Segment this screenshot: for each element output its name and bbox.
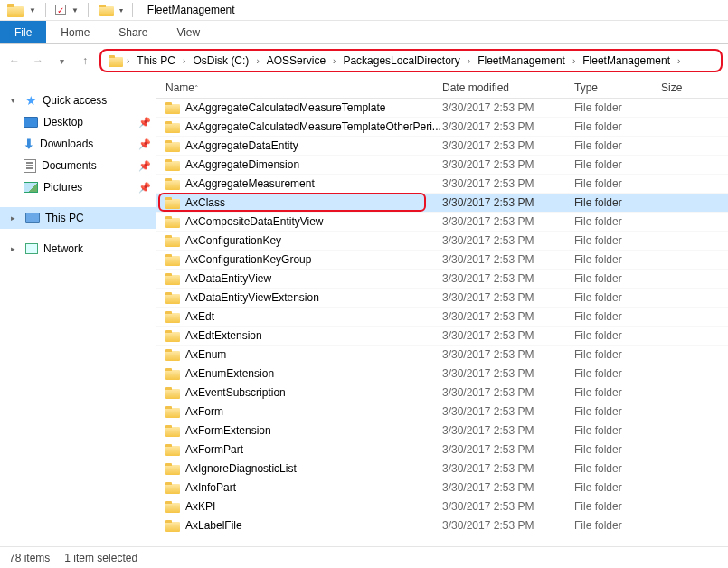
table-row[interactable]: AxAggregateCalculatedMeasureTemplateOthe… <box>156 118 728 137</box>
address-bar[interactable]: › This PC › OsDisk (C:) › AOSService › P… <box>99 49 723 72</box>
folder-icon <box>165 463 180 475</box>
table-row[interactable]: AxAggregateDataEntity3/30/2017 2:53 PMFi… <box>156 137 728 156</box>
col-date[interactable]: Date modified <box>442 81 574 94</box>
chevron-right-icon[interactable]: › <box>125 56 131 66</box>
nav-quick-access[interactable]: ▾ ★ Quick access <box>0 90 156 111</box>
ribbon: File Home Share View <box>0 21 728 44</box>
file-date: 3/30/2017 2:53 PM <box>442 481 574 494</box>
qat-dropdown2-icon[interactable]: ▼ <box>71 6 79 14</box>
nav-desktop[interactable]: Desktop 📌 <box>0 111 156 133</box>
chevron-right-icon[interactable]: › <box>254 56 260 66</box>
tab-share[interactable]: Share <box>104 21 162 43</box>
star-icon: ★ <box>25 93 37 108</box>
file-type: File folder <box>574 367 661 380</box>
folder-icon <box>165 121 180 133</box>
file-type: File folder <box>574 424 661 437</box>
tab-view[interactable]: View <box>162 21 214 43</box>
nav-pictures[interactable]: Pictures 📌 <box>0 176 156 198</box>
table-row[interactable]: AxEventSubscription3/30/2017 2:53 PMFile… <box>156 383 728 402</box>
chevron-right-icon[interactable]: ▸ <box>11 244 20 253</box>
table-row[interactable]: AxEnumExtension3/30/2017 2:53 PMFile fol… <box>156 364 728 383</box>
crumb-fleet1[interactable]: FleetManagement <box>472 54 571 67</box>
table-row[interactable]: AxLabelFile3/30/2017 2:53 PMFile folder <box>156 516 728 535</box>
up-button[interactable]: ↑ <box>76 52 94 70</box>
table-row[interactable]: AxEdtExtension3/30/2017 2:53 PMFile fold… <box>156 327 728 346</box>
folder-icon <box>165 178 180 190</box>
folder-icon <box>165 349 180 361</box>
qat-properties-icon[interactable]: ✓ <box>55 5 66 15</box>
file-name: AxAggregateDataEntity <box>185 139 298 152</box>
crumb-thispc[interactable]: This PC <box>131 54 181 67</box>
nav-documents[interactable]: Documents 📌 <box>0 155 156 176</box>
file-name: AxAggregateMeasurement <box>185 177 315 190</box>
file-type: File folder <box>574 215 661 228</box>
chevron-down-icon[interactable]: ▾ <box>11 96 20 105</box>
qat-customize-icon[interactable]: ▾ <box>119 6 123 14</box>
table-row[interactable]: AxFormExtension3/30/2017 2:53 PMFile fol… <box>156 421 728 440</box>
table-row[interactable]: AxEdt3/30/2017 2:53 PMFile folder <box>156 308 728 327</box>
recent-locations-button[interactable]: ▾ <box>52 52 71 70</box>
col-size[interactable]: Size <box>661 81 715 94</box>
table-row[interactable]: AxConfigurationKey3/30/2017 2:53 PMFile … <box>156 232 728 251</box>
chevron-right-icon[interactable]: › <box>466 56 472 66</box>
file-date: 3/30/2017 2:53 PM <box>442 367 574 380</box>
folder-icon <box>165 311 180 323</box>
chevron-right-icon[interactable]: › <box>676 56 682 66</box>
table-row[interactable]: AxClass3/30/2017 2:53 PMFile folder <box>156 194 728 213</box>
table-row[interactable]: AxConfigurationKeyGroup3/30/2017 2:53 PM… <box>156 251 728 270</box>
file-date: 3/30/2017 2:53 PM <box>442 500 574 513</box>
col-name[interactable]: Name˄ <box>162 81 442 94</box>
table-row[interactable]: AxFormPart3/30/2017 2:53 PMFile folder <box>156 440 728 459</box>
file-name: AxFormExtension <box>185 424 271 437</box>
file-type: File folder <box>574 253 661 266</box>
table-row[interactable]: AxCompositeDataEntityView3/30/2017 2:53 … <box>156 213 728 232</box>
table-row[interactable]: AxDataEntityView3/30/2017 2:53 PMFile fo… <box>156 270 728 289</box>
table-row[interactable]: AxIgnoreDiagnosticList3/30/2017 2:53 PMF… <box>156 459 728 478</box>
table-row[interactable]: AxEnum3/30/2017 2:53 PMFile folder <box>156 346 728 364</box>
table-row[interactable]: AxKPI3/30/2017 2:53 PMFile folder <box>156 497 728 516</box>
folder-icon <box>165 368 180 380</box>
file-date: 3/30/2017 2:53 PM <box>442 215 574 228</box>
forward-button[interactable]: → <box>29 52 47 70</box>
file-name: AxEnumExtension <box>185 367 274 380</box>
nav-this-pc[interactable]: ▸ This PC <box>0 207 156 229</box>
file-date: 3/30/2017 2:53 PM <box>442 329 574 342</box>
chevron-right-icon[interactable]: ▸ <box>11 213 20 222</box>
tab-file[interactable]: File <box>0 21 46 43</box>
table-row[interactable]: AxForm3/30/2017 2:53 PMFile folder <box>156 402 728 421</box>
file-name: AxConfigurationKey <box>185 234 281 247</box>
chevron-right-icon[interactable]: › <box>571 56 577 66</box>
file-date: 3/30/2017 2:53 PM <box>442 253 574 266</box>
folder-icon <box>165 273 180 285</box>
file-name: AxEnum <box>185 348 226 361</box>
chevron-right-icon[interactable]: › <box>181 56 187 66</box>
back-button[interactable]: ← <box>5 52 24 70</box>
table-row[interactable]: AxAggregateDimension3/30/2017 2:53 PMFil… <box>156 156 728 175</box>
pin-icon: 📌 <box>138 138 151 150</box>
file-name: AxForm <box>185 405 223 418</box>
pictures-icon <box>24 182 38 193</box>
folder-icon <box>165 501 180 513</box>
qat-folder-icon <box>99 5 114 16</box>
table-row[interactable]: AxDataEntityViewExtension3/30/2017 2:53 … <box>156 289 728 308</box>
folder-icon <box>165 425 180 437</box>
folder-icon <box>165 330 180 342</box>
chevron-right-icon[interactable]: › <box>331 56 337 66</box>
file-name: AxAggregateCalculatedMeasureTemplate <box>185 101 385 114</box>
crumb-drive[interactable]: OsDisk (C:) <box>187 54 254 67</box>
table-row[interactable]: AxAggregateMeasurement3/30/2017 2:53 PMF… <box>156 175 728 194</box>
table-row[interactable]: AxAggregateCalculatedMeasureTemplate3/30… <box>156 99 728 118</box>
table-row[interactable]: AxInfoPart3/30/2017 2:53 PMFile folder <box>156 478 728 497</box>
file-date: 3/30/2017 2:53 PM <box>442 120 574 133</box>
qat-dropdown-icon[interactable]: ▼ <box>29 6 36 14</box>
col-type[interactable]: Type <box>574 81 661 94</box>
file-date: 3/30/2017 2:53 PM <box>442 386 574 399</box>
nav-network[interactable]: ▸ Network <box>0 238 156 260</box>
crumb-packages[interactable]: PackagesLocalDirectory <box>337 54 465 67</box>
tab-home[interactable]: Home <box>46 21 104 43</box>
crumb-aosservice[interactable]: AOSService <box>261 54 331 67</box>
crumb-fleet2[interactable]: FleetManagement <box>577 54 676 67</box>
nav-downloads[interactable]: ⬇ Downloads 📌 <box>0 133 156 155</box>
file-date: 3/30/2017 2:53 PM <box>442 101 574 114</box>
nav-label: Pictures <box>43 181 133 194</box>
